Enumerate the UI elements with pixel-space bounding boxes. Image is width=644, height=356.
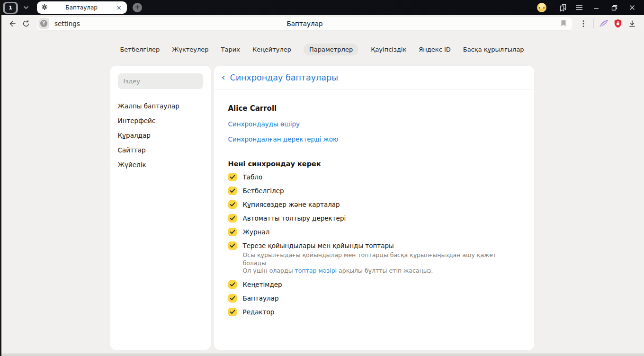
sync-checkbox-4[interactable]	[228, 214, 237, 222]
settings-nav-tab-8[interactable]: Басқа құрылғылар	[463, 44, 524, 55]
sync-label-6[interactable]: Терезе қойындылары мен қойынды топтары	[243, 242, 394, 249]
titlebar: 1 Баптаулар × +	[0, 0, 644, 15]
sync-row-3: Құпиясөздер және карталар	[228, 200, 520, 209]
reload-icon[interactable]	[19, 17, 33, 30]
back-chevron-icon[interactable]: ‹	[222, 72, 225, 82]
settings-nav-tab-1[interactable]: Бетбелгілер	[120, 44, 160, 55]
toolbar: Y settings Баптаулар	[0, 15, 644, 32]
downloads-icon[interactable]	[625, 17, 639, 30]
settings-nav-tab-5[interactable]: Параметрлер	[304, 44, 358, 55]
sync-label-7[interactable]: Кеңетімдер	[243, 281, 282, 288]
settings-sidebar: Жалпы баптауларИнтерфейсҚұралдарСайттарЖ…	[110, 66, 211, 350]
tab-groups-menu-link[interactable]: топтар мәзірі	[295, 267, 337, 274]
sync-description-6: Осы құрылғыдағы қойындылар мен топтарды …	[243, 251, 520, 275]
sync-checkbox-7[interactable]	[228, 280, 237, 289]
browser-tab-settings[interactable]: Баптаулар ×	[37, 1, 127, 14]
window-bottom-edge	[0, 354, 644, 356]
sync-row-1: Табло	[228, 173, 520, 181]
toolbar-divider	[593, 19, 594, 28]
sync-description-line1: Осы құрылғыдағы қойындылар мен топтарды …	[243, 251, 520, 267]
sync-settings-body: Alice Carroll Синхрондауды өшіру Синхрон…	[214, 89, 534, 316]
sync-row-6: Терезе қойындылары мен қойынды топтары	[228, 241, 520, 250]
address-bar[interactable]: Y settings Баптаулар	[37, 17, 572, 30]
sidebar-item-5[interactable]: Жүйелік	[118, 157, 203, 172]
sync-row-7: Кеңетімдер	[228, 280, 520, 289]
tab-title: Баптаулар	[51, 4, 112, 11]
profile-avatar[interactable]	[537, 3, 546, 12]
sync-label-9[interactable]: Редактор	[243, 308, 275, 316]
delete-synced-data-link[interactable]: Синхрондалған деректерді жою	[228, 135, 339, 143]
sync-label-3[interactable]: Құпиясөздер және карталар	[243, 201, 340, 208]
back-icon[interactable]	[5, 17, 19, 30]
restore-button[interactable]	[606, 1, 622, 14]
settings-nav-tab-6[interactable]: Қауіпсіздік	[371, 44, 406, 55]
new-tab-button[interactable]: +	[133, 3, 142, 12]
settings-search-input[interactable]	[118, 73, 203, 89]
sync-checkbox-9[interactable]	[228, 308, 237, 316]
description-text: арқылы бұлтты етіп жасаңыз.	[337, 267, 433, 274]
sync-label-5[interactable]: Журнал	[243, 228, 270, 236]
sync-checkbox-3[interactable]	[228, 200, 237, 209]
page-title: Баптаулар	[37, 20, 572, 27]
tab-list-chevron-icon[interactable]	[20, 2, 32, 14]
sync-row-9: Редактор	[228, 308, 520, 316]
sync-checkbox-2[interactable]	[228, 187, 237, 195]
sync-row-5: Журнал	[228, 228, 520, 236]
sync-description-line2: Ол үшін оларды топтар мәзірі арқылы бұлт…	[243, 267, 520, 275]
sidebar-item-2[interactable]: Интерфейс	[118, 113, 203, 128]
sync-checkbox-1[interactable]	[228, 173, 237, 181]
settings-nav-tab-4[interactable]: Кеңейтулер	[252, 44, 291, 55]
sync-checkbox-8[interactable]	[228, 294, 237, 303]
sync-label-4[interactable]: Автоматты толтыру деректері	[243, 214, 346, 222]
collections-icon[interactable]	[556, 1, 570, 14]
sync-settings-heading: Синхрондау баптаулары	[230, 73, 338, 82]
window-left-edge	[0, 0, 1, 356]
browser-window: 1 Баптаулар × +	[0, 0, 644, 356]
panels: Жалпы баптауларИнтерфейсҚұралдарСайттарЖ…	[0, 66, 644, 350]
menu-icon[interactable]	[572, 1, 586, 14]
sync-label-2[interactable]: Бетбелгілер	[243, 187, 284, 195]
close-window-button[interactable]	[624, 1, 640, 14]
tab-close-icon[interactable]: ×	[115, 4, 123, 11]
kebab-menu-icon[interactable]	[576, 17, 590, 30]
settings-page: БетбелгілерЖүктеулерТарихКеңейтулерПарам…	[0, 32, 644, 356]
sync-checkbox-list: ТаблоБетбелгілерҚұпиясөздер және картала…	[228, 173, 520, 316]
disable-sync-link[interactable]: Синхрондауды өшіру	[228, 120, 300, 128]
minimize-button[interactable]	[588, 1, 604, 14]
account-name: Alice Carroll	[228, 104, 520, 113]
sync-checkbox-5[interactable]	[228, 228, 237, 236]
feather-extension-icon[interactable]	[597, 17, 611, 30]
sync-row-2: Бетбелгілер	[228, 187, 520, 195]
sync-label-1[interactable]: Табло	[243, 173, 263, 181]
sidebar-item-3[interactable]: Құралдар	[118, 128, 203, 142]
tab-counter-button[interactable]: 1	[3, 2, 18, 14]
settings-nav-tab-2[interactable]: Жүктеулер	[172, 44, 208, 55]
sync-section-title: Нені синхрондау керек	[228, 160, 520, 168]
sync-row-4: Автоматты толтыру деректері	[228, 214, 520, 222]
description-text: Ол үшін оларды	[243, 267, 295, 274]
site-icon[interactable]: Y	[38, 18, 49, 29]
address-url: settings	[54, 20, 80, 27]
sync-label-8[interactable]: Баптаулар	[243, 294, 279, 302]
sidebar-list: Жалпы баптауларИнтерфейсҚұралдарСайттарЖ…	[118, 98, 203, 172]
settings-nav-tab-7[interactable]: Яндекс ID	[419, 44, 451, 55]
gear-icon	[41, 3, 48, 12]
sync-settings-panel: ‹ Синхрондау баптаулары Alice Carroll Си…	[214, 66, 534, 350]
sync-row-8: Баптаулар	[228, 294, 520, 303]
bookmark-icon[interactable]	[557, 18, 570, 29]
settings-nav-tab-3[interactable]: Тарих	[221, 44, 240, 55]
tab-counter-value: 1	[5, 3, 16, 13]
sync-settings-header[interactable]: ‹ Синхрондау баптаулары	[214, 66, 534, 89]
settings-nav-tabs: БетбелгілерЖүктеулерТарихКеңейтулерПарам…	[0, 32, 644, 55]
sync-checkbox-6[interactable]	[228, 241, 237, 250]
sidebar-item-1[interactable]: Жалпы баптаулар	[118, 98, 203, 113]
protect-shield-icon[interactable]	[611, 17, 625, 30]
sidebar-item-4[interactable]: Сайттар	[118, 142, 203, 157]
